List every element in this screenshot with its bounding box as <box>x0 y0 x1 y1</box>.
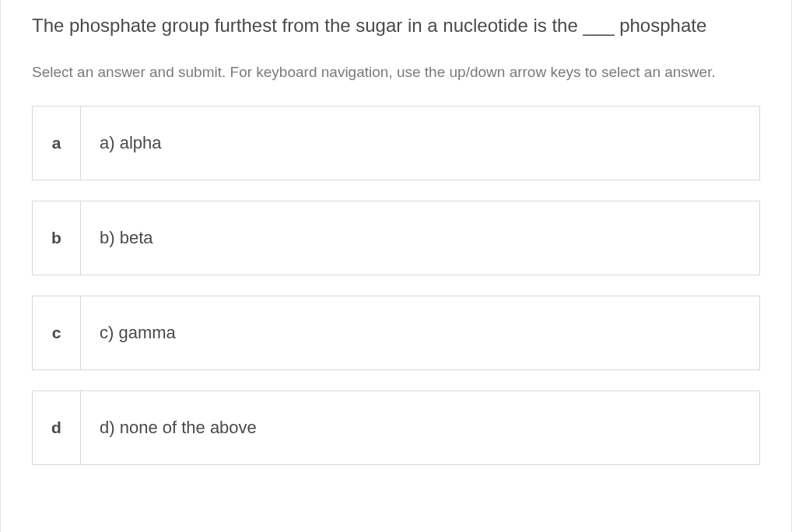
option-key-b: b <box>33 201 81 275</box>
option-text-a: a) alpha <box>81 107 759 180</box>
option-c[interactable]: c c) gamma <box>32 296 760 370</box>
option-key-d: d <box>33 391 81 464</box>
option-text-c: c) gamma <box>81 296 759 369</box>
option-text-b: b) beta <box>81 201 759 275</box>
option-key-a: a <box>33 107 81 180</box>
option-a[interactable]: a a) alpha <box>32 106 760 180</box>
instruction-text: Select an answer and submit. For keyboar… <box>32 61 760 84</box>
option-text-d: d) none of the above <box>81 391 759 464</box>
option-b[interactable]: b b) beta <box>32 201 760 275</box>
question-text: The phosphate group furthest from the su… <box>32 12 760 40</box>
option-d[interactable]: d d) none of the above <box>32 390 760 465</box>
options-list: a a) alpha b b) beta c c) gamma d d) non… <box>32 106 760 465</box>
option-key-c: c <box>33 296 81 369</box>
